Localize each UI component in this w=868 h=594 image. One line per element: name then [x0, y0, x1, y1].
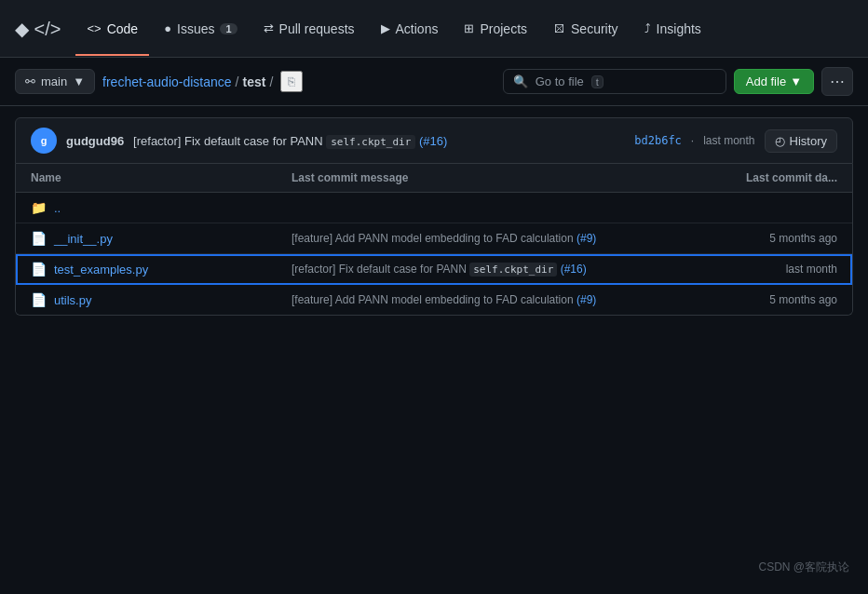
table-row: 📄 utils.py [feature] Add PANN model embe… [16, 285, 852, 315]
commit-pr-link[interactable]: (#16) [419, 134, 447, 148]
pr-icon: ⇄ [264, 21, 274, 35]
search-kbd: t [591, 75, 604, 88]
table-row: 📄 test_examples.py [refactor] Fix defaul… [16, 254, 852, 285]
nav-item-projects[interactable]: ⊞ Projects [453, 14, 538, 44]
nav-label-actions: Actions [396, 21, 439, 36]
file-name: __init__.py [54, 232, 113, 246]
time-cell: 5 months ago [670, 232, 837, 245]
commit-code-snippet: self.ckpt_dir [326, 135, 415, 149]
nav-label-projects: Projects [480, 21, 527, 36]
file-name-cell[interactable]: 📄 test_examples.py [31, 262, 292, 277]
commit-message-cell: [feature] Add PANN model embedding to FA… [292, 293, 670, 306]
nav-label-pr: Pull requests [279, 21, 355, 36]
add-file-button[interactable]: Add file ▼ [734, 69, 814, 94]
file-name-cell[interactable]: 📄 __init__.py [31, 231, 292, 246]
file-name: test_examples.py [54, 263, 148, 277]
copy-path-button[interactable]: ⎘ [280, 71, 303, 92]
file-search-bar[interactable]: 🔍 Go to file t [503, 69, 726, 94]
nav-item-issues[interactable]: ● Issues 1 [153, 14, 248, 44]
folder-icon: 📁 [31, 200, 47, 215]
search-placeholder: Go to file [536, 74, 584, 88]
file-name: utils.py [54, 293, 91, 307]
file-icon: 📄 [31, 292, 47, 307]
issues-icon: ● [164, 21, 171, 35]
pr-link[interactable]: (#9) [576, 232, 596, 245]
col-header-date: Last commit da... [670, 171, 837, 184]
time-cell: last month [670, 263, 837, 276]
github-logo: ◆ </> [15, 18, 61, 40]
add-file-label: Add file [746, 74, 786, 88]
chevron-down-icon: ▼ [73, 74, 85, 88]
file-icon: 📄 [31, 231, 47, 246]
clock-icon: ◴ [775, 134, 785, 148]
nav-item-actions[interactable]: ▶ Actions [370, 14, 450, 44]
nav-label-insights: Insights [657, 21, 701, 36]
pr-link[interactable]: (#16) [561, 263, 587, 276]
nav-label-code: Code [107, 21, 138, 36]
issues-badge: 1 [220, 23, 237, 34]
commit-timestamp: last month [703, 134, 754, 147]
breadcrumb-folder: test [242, 74, 265, 89]
insights-icon: ⤴ [644, 21, 651, 35]
table-row: 📄 __init__.py [feature] Add PANN model e… [16, 223, 852, 254]
breadcrumb-sep2: / [269, 74, 273, 89]
breadcrumb-sep1: / [236, 74, 239, 89]
commit-message-text: [refactor] Fix default case for PANN sel… [133, 134, 447, 148]
table-header: Name Last commit message Last commit da.… [16, 164, 852, 193]
security-icon: ⛝ [553, 21, 565, 35]
file-name-cell[interactable]: 📄 utils.py [31, 292, 292, 307]
history-label: History [790, 134, 827, 148]
time-cell: 5 months ago [670, 293, 837, 306]
breadcrumb: frechet-audio-distance / test / [102, 74, 273, 89]
col-header-name: Name [31, 171, 292, 184]
branch-selector[interactable]: ⚯ main ▼ [15, 69, 95, 94]
file-icon: 📄 [31, 262, 47, 277]
chevron-down-icon: ▼ [790, 74, 802, 88]
search-icon: 🔍 [513, 74, 528, 88]
more-options-button[interactable]: ⋯ [821, 67, 853, 96]
table-row: 📁 .. [16, 193, 852, 223]
commit-code-snippet: self.ckpt_dir [469, 263, 557, 277]
avatar: g [31, 128, 57, 154]
code-icon: <> [87, 21, 101, 35]
nav-item-insights[interactable]: ⤴ Insights [633, 14, 712, 44]
breadcrumb-repo[interactable]: frechet-audio-distance [102, 74, 232, 89]
file-name: .. [54, 201, 61, 215]
nav-item-pull-requests[interactable]: ⇄ Pull requests [252, 14, 366, 44]
ellipsis-icon: ⋯ [830, 74, 845, 89]
col-header-message: Last commit message [292, 171, 670, 184]
commit-hash[interactable]: bd2b6fc [634, 134, 682, 147]
nav-item-code[interactable]: <> Code [75, 14, 149, 44]
nav-label-issues: Issues [177, 21, 214, 36]
commit-message-cell: [refactor] Fix default case for PANN sel… [292, 263, 670, 276]
history-button[interactable]: ◴ History [765, 129, 837, 153]
actions-icon: ▶ [381, 21, 390, 35]
commit-meta: bd2b6fc · last month ◴ History [634, 129, 837, 153]
branch-name: main [41, 74, 67, 88]
commit-message-cell: [feature] Add PANN model embedding to FA… [292, 232, 670, 245]
branch-icon: ⚯ [25, 74, 35, 88]
top-nav: ◆ </> <> Code ● Issues 1 ⇄ Pull requests… [0, 0, 868, 58]
breadcrumb-bar: ⚯ main ▼ frechet-audio-distance / test /… [0, 58, 868, 106]
nav-label-security: Security [571, 21, 618, 36]
commit-time: · [691, 134, 694, 147]
watermark: CSDN @客院执论 [758, 560, 849, 575]
pr-link[interactable]: (#9) [576, 293, 596, 306]
file-table: Name Last commit message Last commit da.… [15, 164, 853, 316]
projects-icon: ⊞ [464, 21, 474, 35]
nav-item-security[interactable]: ⛝ Security [542, 14, 630, 44]
file-name-cell[interactable]: 📁 .. [31, 200, 292, 215]
commit-username[interactable]: gudgud96 [66, 134, 124, 148]
commit-bar: g gudgud96 [refactor] Fix default case f… [15, 117, 853, 164]
